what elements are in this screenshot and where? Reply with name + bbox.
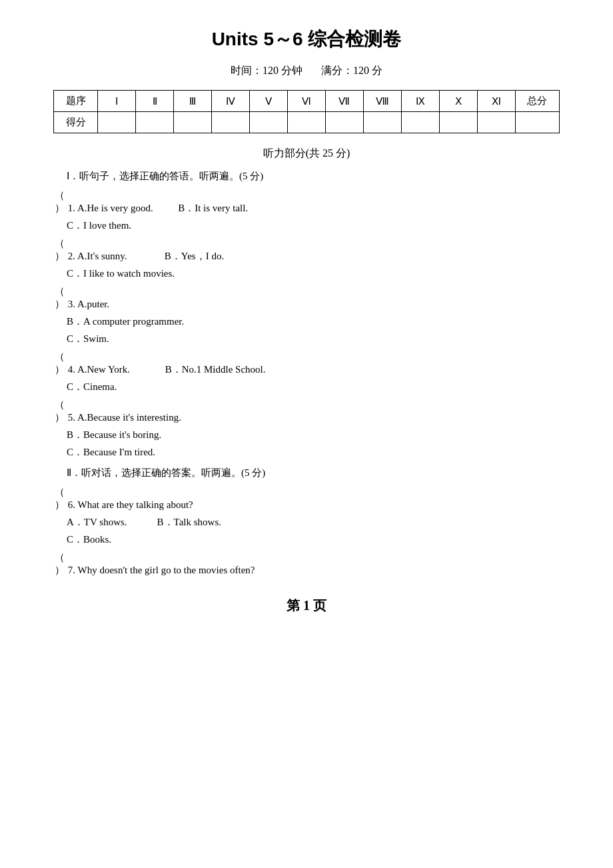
q4-paren: （ ） [53, 351, 65, 376]
q3-optionB: B．A computer programmer. [67, 316, 184, 327]
time-label: 时间：120 分钟 [231, 65, 303, 76]
score-row-label: 得分 [54, 112, 98, 133]
q6-optionC-line: C．Books. [67, 533, 560, 546]
question-4: （ ） 4. A.New York. B．No.1 Middle School.… [53, 351, 560, 393]
q6-question: What are they talking about? [77, 499, 193, 510]
score-header-cell: Ⅹ [439, 91, 477, 112]
q7-line: （ ） 7. Why doesn't the girl go to the mo… [53, 551, 560, 577]
question-1: （ ） 1. A.He is very good. B．It is very t… [53, 189, 560, 232]
q3-optionC-line: C．Swim. [67, 333, 560, 345]
score-header-cell: Ⅵ [288, 91, 326, 112]
q6-optionB: B．Talk shows. [157, 517, 221, 527]
score-header-cell: Ⅺ [477, 91, 515, 112]
q3-paren: （ ） [53, 285, 65, 311]
score-header-cell: Ⅷ [363, 91, 401, 112]
q1-number: 1. [68, 203, 75, 213]
score-header-cell: Ⅱ [136, 91, 174, 112]
score-header-cell: Ⅴ [250, 91, 288, 112]
q6-optionA: A．TV shows. [67, 517, 127, 527]
score-header-cell: Ⅲ [174, 91, 212, 112]
q4-number: 4. [68, 364, 75, 375]
q5-optionA: A.Because it's interesting. [77, 412, 181, 423]
q6-number: 6. [68, 499, 75, 510]
q4-optionC: C．Cinema. [67, 381, 117, 392]
score-table-score-row: 得分 [54, 112, 560, 133]
q4-optionA: A.New York. [77, 364, 130, 375]
q6-options-line: A．TV shows. B．Talk shows. [67, 516, 560, 529]
q3-optionB-line: B．A computer programmer. [67, 315, 560, 328]
score-label: 满分：120 分 [321, 65, 382, 76]
q5-line: （ ） 5. A.Because it's interesting. [53, 399, 560, 424]
q5-number: 5. [68, 412, 75, 423]
section1-instruction: Ⅰ．听句子，选择正确的答语。听两遍。(5 分) [67, 170, 560, 183]
q2-optionB: B．Yes，I do. [165, 251, 224, 261]
q1-optionC-line: C．I love them. [67, 219, 560, 232]
q3-optionA: A.puter. [77, 299, 109, 309]
q1-optionB: B．It is very tall. [178, 203, 248, 213]
q2-optionC: C．I like to watch movies. [67, 268, 175, 279]
q2-number: 2. [68, 251, 75, 261]
score-header-cell: Ⅶ [325, 91, 363, 112]
page-title: Units 5～6 综合检测卷 [53, 27, 560, 52]
q7-number: 7. [68, 565, 75, 575]
section2-instruction: Ⅱ．听对话，选择正确的答案。听两遍。(5 分) [67, 467, 560, 479]
q1-paren: （ ） [53, 189, 65, 215]
q1-optionA: A.He is very good. [77, 203, 153, 213]
q5-optionB: B．Because it's boring. [67, 429, 161, 440]
q2-optionA: A.It's sunny. [77, 251, 127, 261]
exam-info: 时间：120 分钟 满分：120 分 [53, 64, 560, 78]
question-3: （ ） 3. A.puter. B．A computer programmer.… [53, 285, 560, 345]
q5-optionC-line: C．Because I'm tired. [67, 446, 560, 459]
q5-paren: （ ） [53, 399, 65, 424]
q3-number: 3. [68, 299, 75, 309]
question-5: （ ） 5. A.Because it's interesting. B．Bec… [53, 399, 560, 459]
score-header-cell: 题序 [54, 91, 98, 112]
q3-line: （ ） 3. A.puter. [53, 285, 560, 311]
score-header-cell: 总分 [515, 91, 559, 112]
q1-line: （ ） 1. A.He is very good. B．It is very t… [53, 189, 560, 215]
score-header-cell: Ⅰ [98, 91, 136, 112]
q7-paren: （ ） [53, 551, 65, 577]
q7-question: Why doesn't the girl go to the movies of… [77, 565, 255, 575]
q5-optionC: C．Because I'm tired. [67, 447, 155, 457]
question-7: （ ） 7. Why doesn't the girl go to the mo… [53, 551, 560, 577]
q3-optionC: C．Swim. [67, 333, 109, 344]
q4-optionC-line: C．Cinema. [67, 381, 560, 393]
q4-line: （ ） 4. A.New York. B．No.1 Middle School. [53, 351, 560, 376]
q4-optionB: B．No.1 Middle School. [165, 364, 266, 375]
q1-optionC: C．I love them. [67, 220, 131, 231]
page-footer: 第 1 页 [53, 597, 560, 615]
score-header-cell: Ⅳ [212, 91, 250, 112]
score-header-cell: Ⅸ [401, 91, 439, 112]
question-2: （ ） 2. A.It's sunny. B．Yes，I do. C．I lik… [53, 237, 560, 280]
question-6: （ ） 6. What are they talking about? A．TV… [53, 486, 560, 546]
q5-optionB-line: B．Because it's boring. [67, 429, 560, 441]
score-table: 题序ⅠⅡⅢⅣⅤⅥⅦⅧⅨⅩⅪ总分 得分 [53, 90, 560, 133]
listening-section-title: 听力部分(共 25 分) [53, 147, 560, 161]
q2-paren: （ ） [53, 237, 65, 263]
score-table-header-row: 题序ⅠⅡⅢⅣⅤⅥⅦⅧⅨⅩⅪ总分 [54, 91, 560, 112]
q2-line: （ ） 2. A.It's sunny. B．Yes，I do. [53, 237, 560, 263]
q6-optionC: C．Books. [67, 534, 111, 545]
q6-paren: （ ） [53, 486, 65, 511]
q2-optionC-line: C．I like to watch movies. [67, 267, 560, 280]
q6-line: （ ） 6. What are they talking about? [53, 486, 560, 511]
